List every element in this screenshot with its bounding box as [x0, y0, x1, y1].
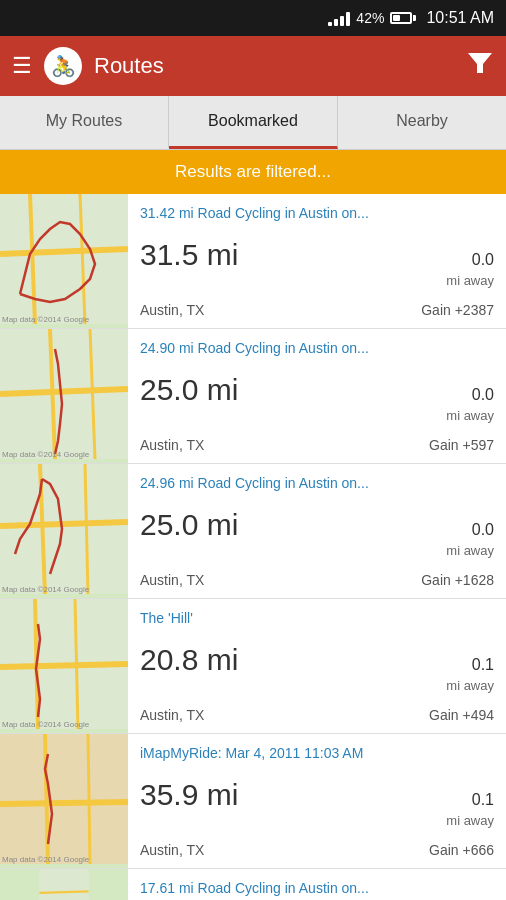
- cyclist-icon: 🚴: [51, 54, 76, 78]
- route-distance-5: 35.9 mi: [140, 778, 238, 812]
- route-map-1: Map data ©2014 Google: [0, 194, 128, 328]
- tabs: My Routes Bookmarked Nearby: [0, 96, 506, 150]
- battery-percent: 42%: [356, 10, 384, 26]
- tab-nearby[interactable]: Nearby: [338, 96, 506, 149]
- route-title-6[interactable]: 17.61 mi Road Cycling in Austin on...: [140, 879, 494, 897]
- route-info-5: iMapMyRide: Mar 4, 2011 11:03 AM 35.9 mi…: [128, 734, 506, 868]
- nav-left: ☰ 🚴 Routes: [12, 47, 164, 85]
- app-logo: 🚴: [44, 47, 82, 85]
- filter-banner: Results are filtered...: [0, 150, 506, 194]
- list-item[interactable]: Map data ©2014 Google 31.42 mi Road Cycl…: [0, 194, 506, 329]
- filter-icon[interactable]: [466, 49, 494, 83]
- route-title-3[interactable]: 24.96 mi Road Cycling in Austin on...: [140, 474, 494, 492]
- signal-icon: [328, 10, 350, 26]
- svg-line-12: [0, 522, 128, 526]
- list-item[interactable]: 17.61 mi Road Cycling in Austin on...: [0, 869, 506, 900]
- tab-my-routes[interactable]: My Routes: [0, 96, 169, 149]
- route-title-4[interactable]: The 'Hill': [140, 609, 494, 627]
- route-location-5: Austin, TX: [140, 842, 204, 858]
- route-info-2: 24.90 mi Road Cycling in Austin on... 25…: [128, 329, 506, 463]
- top-nav: ☰ 🚴 Routes: [0, 36, 506, 96]
- route-info-1: 31.42 mi Road Cycling in Austin on... 31…: [128, 194, 506, 328]
- svg-line-17: [0, 664, 128, 667]
- route-location-4: Austin, TX: [140, 707, 204, 723]
- route-info-4: The 'Hill' 20.8 mi 0.1 mi away Austin, T…: [128, 599, 506, 733]
- route-info-3: 24.96 mi Road Cycling in Austin on... 25…: [128, 464, 506, 598]
- status-bar: 42% 10:51 AM: [0, 0, 506, 36]
- route-location-3: Austin, TX: [140, 572, 204, 588]
- svg-text:Map data ©2014 Google: Map data ©2014 Google: [2, 855, 90, 864]
- route-away-3: 0.0 mi away: [446, 519, 494, 560]
- list-item[interactable]: Map data ©2014 Google 24.96 mi Road Cycl…: [0, 464, 506, 599]
- route-map-3: Map data ©2014 Google: [0, 464, 128, 598]
- menu-icon[interactable]: ☰: [12, 55, 32, 77]
- list-item[interactable]: Map data ©2014 Google The 'Hill' 20.8 mi…: [0, 599, 506, 734]
- route-away-1: 0.0 mi away: [446, 249, 494, 290]
- svg-line-24: [88, 734, 90, 864]
- route-title-5[interactable]: iMapMyRide: Mar 4, 2011 11:03 AM: [140, 744, 494, 762]
- route-away-4: 0.1 mi away: [446, 654, 494, 695]
- route-bottom-5: Austin, TX Gain +666: [140, 842, 494, 858]
- route-gain-3: Gain +1628: [421, 572, 494, 588]
- battery-icon: [390, 12, 416, 24]
- route-title-2[interactable]: 24.90 mi Road Cycling in Austin on...: [140, 339, 494, 357]
- route-map-2: Map data ©2014 Google: [0, 329, 128, 463]
- route-away-5: 0.1 mi away: [446, 789, 494, 830]
- svg-text:Map data ©2014 Google: Map data ©2014 Google: [2, 585, 90, 594]
- route-gain-4: Gain +494: [429, 707, 494, 723]
- list-item[interactable]: Map data ©2014 Google 24.90 mi Road Cycl…: [0, 329, 506, 464]
- svg-rect-21: [0, 734, 128, 864]
- tab-bookmarked[interactable]: Bookmarked: [169, 96, 338, 149]
- route-location-1: Austin, TX: [140, 302, 204, 318]
- route-away-2: 0.0 mi away: [446, 384, 494, 425]
- route-bottom-3: Austin, TX Gain +1628: [140, 572, 494, 588]
- route-distance-1: 31.5 mi: [140, 238, 238, 272]
- svg-rect-26: [39, 869, 88, 900]
- svg-rect-11: [0, 464, 128, 594]
- route-map-5: Map data ©2014 Google: [0, 734, 128, 868]
- route-distance-3: 25.0 mi: [140, 508, 238, 542]
- svg-text:Map data ©2014 Google: Map data ©2014 Google: [2, 720, 90, 729]
- svg-line-27: [39, 891, 88, 893]
- list-item[interactable]: Map data ©2014 Google iMapMyRide: Mar 4,…: [0, 734, 506, 869]
- status-time: 10:51 AM: [426, 9, 494, 27]
- route-bottom-1: Austin, TX Gain +2387: [140, 302, 494, 318]
- route-list: Map data ©2014 Google 31.42 mi Road Cycl…: [0, 194, 506, 900]
- route-bottom-4: Austin, TX Gain +494: [140, 707, 494, 723]
- svg-rect-1: [0, 194, 128, 324]
- route-info-6: 17.61 mi Road Cycling in Austin on...: [128, 869, 506, 900]
- route-distance-4: 20.8 mi: [140, 643, 238, 677]
- route-map-4: Map data ©2014 Google: [0, 599, 128, 733]
- app-title: Routes: [94, 53, 164, 79]
- route-gain-1: Gain +2387: [421, 302, 494, 318]
- route-map-6: [0, 869, 128, 900]
- svg-text:Map data ©2014 Google: Map data ©2014 Google: [2, 315, 90, 324]
- route-title-1[interactable]: 31.42 mi Road Cycling in Austin on...: [140, 204, 494, 222]
- svg-marker-0: [468, 53, 492, 73]
- route-gain-2: Gain +597: [429, 437, 494, 453]
- svg-text:Map data ©2014 Google: Map data ©2014 Google: [2, 450, 90, 459]
- route-location-2: Austin, TX: [140, 437, 204, 453]
- route-distance-2: 25.0 mi: [140, 373, 238, 407]
- route-bottom-2: Austin, TX Gain +597: [140, 437, 494, 453]
- svg-line-22: [0, 802, 128, 804]
- route-gain-5: Gain +666: [429, 842, 494, 858]
